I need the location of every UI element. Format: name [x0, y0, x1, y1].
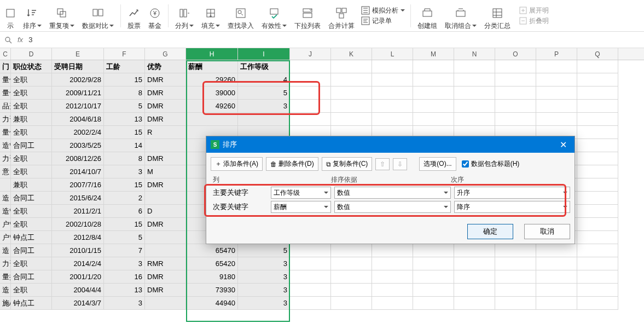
cell[interactable]: 2008/12/26: [52, 152, 104, 165]
cell[interactable]: [331, 73, 372, 86]
cell[interactable]: DMR: [145, 73, 186, 86]
tool-compare[interactable]: 数据对比: [79, 1, 117, 31]
cell[interactable]: [454, 284, 495, 297]
cell[interactable]: [413, 100, 454, 113]
cell[interactable]: 3: [104, 257, 145, 270]
cell[interactable]: [454, 257, 495, 270]
cell[interactable]: [372, 100, 413, 113]
cell[interactable]: 4: [238, 73, 290, 86]
tool-fill[interactable]: 填充: [198, 1, 223, 31]
cell[interactable]: [577, 205, 618, 218]
cell[interactable]: 2002/10/28: [52, 218, 104, 231]
cell[interactable]: 2009/11/21: [52, 86, 104, 100]
cell[interactable]: [577, 192, 618, 205]
cell[interactable]: [577, 218, 618, 231]
tool-sim-analysis[interactable]: 模拟分析: [361, 6, 405, 15]
options-button[interactable]: 选项(O)...: [419, 157, 456, 171]
cell[interactable]: [145, 231, 186, 244]
tool-sort[interactable]: 排序: [20, 1, 45, 31]
cell[interactable]: 5: [238, 86, 290, 100]
col-header-K[interactable]: K: [331, 48, 372, 60]
cell[interactable]: D: [145, 205, 186, 218]
cell[interactable]: [495, 100, 536, 113]
tool-stock[interactable]: 股票: [124, 1, 144, 31]
add-condition-button[interactable]: ＋添加条件(A): [211, 157, 263, 171]
cell[interactable]: 13: [104, 284, 145, 297]
cell[interactable]: 44940: [186, 297, 238, 310]
cell[interactable]: [577, 139, 618, 152]
cell[interactable]: 造: [0, 192, 11, 205]
cell[interactable]: [238, 113, 290, 126]
tool-find-entry[interactable]: 查找录入: [224, 1, 257, 31]
close-icon[interactable]: ✕: [556, 140, 570, 150]
cell[interactable]: 量保证: [0, 126, 11, 139]
cell[interactable]: [495, 297, 536, 310]
cell[interactable]: [495, 244, 536, 257]
cell[interactable]: 量保证: [0, 86, 11, 100]
cell[interactable]: 兼职: [11, 178, 52, 192]
cell[interactable]: 65470: [186, 244, 238, 257]
cell[interactable]: [454, 244, 495, 257]
cell[interactable]: 力资源: [0, 257, 11, 270]
cell[interactable]: DMR: [145, 218, 186, 231]
cell[interactable]: 2010/1/15: [52, 244, 104, 257]
cell[interactable]: [495, 284, 536, 297]
cell[interactable]: [331, 284, 372, 297]
cell[interactable]: [577, 73, 618, 86]
cell[interactable]: 全职: [11, 257, 52, 270]
cell[interactable]: 全职: [11, 205, 52, 218]
cell[interactable]: 3: [104, 165, 145, 178]
cancel-button[interactable]: 取消: [524, 224, 570, 239]
cell[interactable]: 5: [104, 100, 145, 113]
cell[interactable]: [331, 60, 372, 73]
has-header-check[interactable]: [462, 160, 469, 168]
tool-create-group[interactable]: 创建组: [414, 1, 440, 31]
cell[interactable]: [413, 297, 454, 310]
cell[interactable]: 意: [0, 165, 11, 178]
cell[interactable]: 3: [238, 100, 290, 113]
cell[interactable]: RMR: [145, 257, 186, 270]
cell[interactable]: 职位状态: [11, 60, 52, 73]
cell[interactable]: [536, 73, 577, 86]
cell[interactable]: [454, 73, 495, 86]
cell[interactable]: 合同工: [11, 139, 52, 152]
cell[interactable]: 2014/3/7: [52, 297, 104, 310]
cell[interactable]: 全职: [11, 284, 52, 297]
col-header-F[interactable]: F: [104, 48, 145, 60]
sort-by-select[interactable]: 数值: [334, 201, 451, 213]
cell[interactable]: 户管理: [0, 231, 11, 244]
cell[interactable]: 全职: [11, 218, 52, 231]
cell[interactable]: 16: [104, 270, 145, 284]
cell[interactable]: 2015/6/24: [52, 192, 104, 205]
tool-dropdown-list[interactable]: 下拉列表: [291, 1, 324, 31]
cell[interactable]: 钟点工: [11, 231, 52, 244]
cell[interactable]: 15: [104, 126, 145, 139]
cell[interactable]: [331, 244, 372, 257]
column-select[interactable]: 工作等级: [271, 187, 331, 199]
cell[interactable]: DMR: [145, 270, 186, 284]
tool-collapse[interactable]: 折叠明: [519, 16, 549, 26]
cell[interactable]: DMR: [145, 178, 186, 192]
cell[interactable]: 2004/4/4: [52, 284, 104, 297]
cell[interactable]: 户管理: [0, 218, 11, 231]
cell[interactable]: [145, 297, 186, 310]
cell[interactable]: [577, 60, 618, 73]
cell[interactable]: 2012/8/4: [52, 231, 104, 244]
cell[interactable]: [577, 165, 618, 178]
cell[interactable]: [454, 100, 495, 113]
cell[interactable]: [0, 178, 11, 192]
cell[interactable]: 量保证: [0, 73, 11, 86]
cell[interactable]: [577, 270, 618, 284]
cell[interactable]: [536, 297, 577, 310]
cell[interactable]: [577, 100, 618, 113]
cell[interactable]: [495, 86, 536, 100]
col-header-H[interactable]: H: [186, 48, 238, 60]
cell[interactable]: 力资源: [0, 152, 11, 165]
cell[interactable]: [331, 113, 372, 126]
col-header-L[interactable]: L: [372, 48, 413, 60]
cell[interactable]: 2002/2/4: [52, 126, 104, 139]
cell[interactable]: [454, 113, 495, 126]
cell[interactable]: 全职: [11, 100, 52, 113]
fx-label[interactable]: fx: [18, 36, 23, 44]
cell[interactable]: 3: [238, 257, 290, 270]
